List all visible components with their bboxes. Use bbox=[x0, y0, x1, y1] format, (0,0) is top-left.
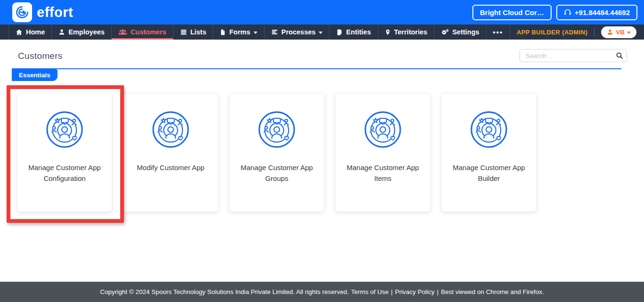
map-pin-icon bbox=[385, 29, 391, 36]
user-menu-button[interactable]: VB bbox=[601, 26, 636, 38]
nav-item-more[interactable]: ••• bbox=[487, 24, 511, 40]
card-title: Modify Customer App bbox=[131, 163, 210, 173]
nav-item-label: Territories bbox=[394, 28, 428, 36]
nav-item-label: Customers bbox=[131, 28, 166, 36]
customer-app-icon bbox=[469, 110, 509, 149]
customer-app-icon bbox=[363, 110, 403, 149]
organization-button-label: Bright Cloud Cor… bbox=[480, 8, 544, 16]
chevron-down-icon bbox=[254, 32, 257, 34]
home-icon bbox=[16, 29, 23, 36]
footer-copyright: Copyright © 2024 Spoors Technology Solut… bbox=[100, 288, 348, 295]
chevron-down-icon bbox=[627, 32, 631, 34]
user-avatar-icon bbox=[607, 29, 613, 35]
search-icon[interactable] bbox=[616, 52, 623, 61]
file-icon bbox=[220, 29, 226, 36]
document-icon bbox=[336, 29, 343, 36]
nav-item-entities[interactable]: Entities bbox=[330, 24, 378, 40]
nav-item-label: Processes bbox=[281, 28, 316, 36]
divider bbox=[594, 27, 594, 37]
nav-item-label: Entities bbox=[346, 28, 371, 36]
chevron-down-icon bbox=[319, 32, 322, 34]
search-input[interactable] bbox=[520, 49, 627, 62]
brand-name: effort bbox=[37, 5, 73, 20]
nav-item-territories[interactable]: Territories bbox=[378, 24, 435, 40]
nav-item-label: Employees bbox=[68, 28, 105, 36]
main-content: Customers Essentials Manage Customer App… bbox=[0, 40, 644, 282]
nav-item-employees[interactable]: Employees bbox=[52, 24, 112, 40]
card-manage-customer-app-items[interactable]: Manage Customer App Items bbox=[336, 94, 430, 212]
nav-item-label: Lists bbox=[190, 28, 206, 36]
card-title: Manage Customer App Groups bbox=[230, 163, 324, 184]
tab-essentials[interactable]: Essentials bbox=[12, 69, 58, 81]
nav-item-home[interactable]: Home bbox=[8, 24, 52, 40]
list-icon bbox=[180, 29, 187, 35]
support-phone-button[interactable]: +91.84484.44692 bbox=[556, 5, 637, 20]
card-title: Manage Customer App Items bbox=[336, 163, 430, 184]
footer: Copyright © 2024 Spoors Technology Solut… bbox=[0, 282, 644, 302]
card-grid: Manage Customer App Configuration Modify… bbox=[17, 94, 536, 212]
main-navigation: Home Employees Customers Lists Forms bbox=[0, 24, 644, 40]
terms-of-use-link[interactable]: Terms of Use bbox=[351, 288, 389, 295]
card-manage-customer-app-builder[interactable]: Manage Customer App Builder bbox=[442, 94, 536, 212]
page-title: Customers bbox=[18, 51, 63, 61]
top-header: effort Bright Cloud Cor… +91.84484.44692 bbox=[0, 0, 644, 24]
customers-group-icon bbox=[118, 29, 127, 36]
gears-icon bbox=[441, 29, 449, 36]
person-icon bbox=[58, 29, 65, 35]
privacy-policy-link[interactable]: Privacy Policy bbox=[395, 288, 435, 295]
nav-item-forms[interactable]: Forms bbox=[213, 24, 264, 40]
customer-app-icon bbox=[257, 110, 297, 149]
search-box bbox=[520, 49, 627, 62]
organization-button[interactable]: Bright Cloud Cor… bbox=[472, 5, 552, 20]
nav-item-processes[interactable]: Processes bbox=[264, 24, 330, 40]
support-phone-label: +91.84484.44692 bbox=[575, 8, 630, 16]
nav-item-label: Home bbox=[26, 28, 45, 36]
footer-separator: | bbox=[437, 288, 439, 295]
footer-note: Best viewed on Chrome and Firefox. bbox=[441, 288, 544, 295]
customer-app-icon bbox=[45, 110, 84, 149]
customer-app-icon bbox=[151, 110, 190, 149]
ellipsis-icon: ••• bbox=[493, 28, 504, 36]
nav-item-settings[interactable]: Settings bbox=[434, 24, 486, 40]
footer-separator: | bbox=[391, 288, 393, 295]
card-title: Manage Customer App Configuration bbox=[17, 163, 112, 184]
role-label: APP BUILDER (ADMIN) bbox=[517, 29, 587, 36]
tab-underline bbox=[12, 68, 621, 69]
card-manage-customer-app-configuration[interactable]: Manage Customer App Configuration bbox=[17, 94, 112, 212]
headset-icon bbox=[564, 8, 571, 16]
effort-logo-icon[interactable] bbox=[12, 2, 32, 22]
nav-item-lists[interactable]: Lists bbox=[173, 24, 214, 40]
card-manage-customer-app-groups[interactable]: Manage Customer App Groups bbox=[230, 94, 324, 212]
nav-item-label: Forms bbox=[229, 28, 250, 36]
nav-item-customers[interactable]: Customers bbox=[112, 24, 173, 40]
nav-item-label: Settings bbox=[452, 28, 479, 36]
user-initials: VB bbox=[616, 29, 625, 36]
card-title: Manage Customer App Builder bbox=[442, 163, 536, 184]
card-modify-customer-app[interactable]: Modify Customer App bbox=[124, 94, 218, 212]
process-bars-icon bbox=[271, 29, 278, 35]
